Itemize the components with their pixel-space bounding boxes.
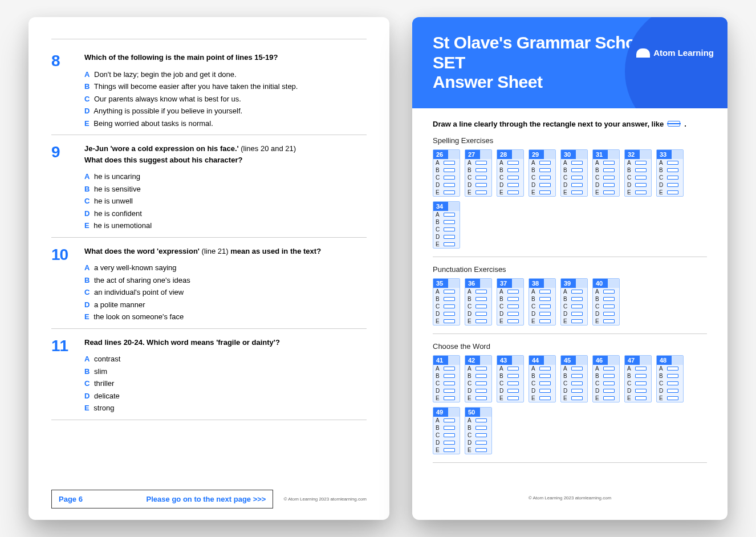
answer-option[interactable]: A Don't be lazy; begin the job and get i… [84,69,367,80]
answer-bubble[interactable] [444,396,455,400]
answer-bubble[interactable] [507,304,519,308]
answer-bubble[interactable] [444,418,455,422]
answer-bubble[interactable] [571,367,583,371]
answer-bubble[interactable] [571,183,583,187]
answer-bubble[interactable] [507,161,519,165]
answer-bubble[interactable] [667,389,678,393]
answer-bubble[interactable] [571,319,583,323]
answer-bubble[interactable] [507,312,519,316]
answer-bubble[interactable] [475,374,487,378]
answer-bubble[interactable] [507,381,519,385]
answer-bubble[interactable] [507,290,519,294]
answer-option[interactable]: E he is unemotional [84,220,367,231]
answer-bubble[interactable] [571,190,583,194]
answer-bubble[interactable] [507,374,519,378]
answer-bubble[interactable] [444,227,455,231]
answer-bubble[interactable] [475,319,487,323]
answer-option[interactable]: A he is uncaring [84,171,367,182]
answer-bubble[interactable] [475,389,487,393]
answer-bubble[interactable] [539,374,551,378]
answer-bubble[interactable] [539,304,551,308]
answer-bubble[interactable] [444,389,455,393]
answer-bubble[interactable] [475,190,487,194]
answer-bubble[interactable] [444,190,455,194]
answer-bubble[interactable] [603,183,615,187]
answer-bubble[interactable] [667,374,678,378]
answer-bubble[interactable] [444,183,455,187]
answer-bubble[interactable] [444,441,455,445]
answer-bubble[interactable] [667,183,678,187]
answer-bubble[interactable] [571,312,583,316]
answer-option[interactable]: C an individual's point of view [84,287,367,298]
answer-bubble[interactable] [444,367,455,371]
answer-bubble[interactable] [507,168,519,172]
answer-bubble[interactable] [635,381,647,385]
answer-bubble[interactable] [475,312,487,316]
answer-bubble[interactable] [635,183,647,187]
answer-bubble[interactable] [444,242,455,246]
answer-bubble[interactable] [603,389,615,393]
answer-bubble[interactable] [507,183,519,187]
answer-bubble[interactable] [571,381,583,385]
answer-option[interactable]: C he is unwell [84,196,367,207]
answer-option[interactable]: D Anything is possible if you believe in… [84,105,367,117]
answer-bubble[interactable] [444,381,455,385]
answer-bubble[interactable] [539,312,551,316]
answer-bubble[interactable] [571,304,583,308]
answer-bubble[interactable] [667,161,678,165]
answer-bubble[interactable] [539,183,551,187]
answer-bubble[interactable] [475,433,487,437]
answer-bubble[interactable] [635,389,647,393]
answer-bubble[interactable] [475,367,487,371]
answer-bubble[interactable] [635,190,647,194]
answer-bubble[interactable] [603,290,615,294]
answer-bubble[interactable] [507,297,519,301]
answer-option[interactable]: B the act of sharing one's ideas [84,275,367,286]
answer-bubble[interactable] [571,168,583,172]
answer-option[interactable]: B slim [84,366,367,377]
answer-bubble[interactable] [444,433,455,437]
answer-bubble[interactable] [603,190,615,194]
answer-bubble[interactable] [539,319,551,323]
answer-bubble[interactable] [667,190,678,194]
answer-bubble[interactable] [603,297,615,301]
answer-bubble[interactable] [603,374,615,378]
answer-bubble[interactable] [444,161,455,165]
answer-bubble[interactable] [475,418,487,422]
answer-option[interactable]: C Our parents always know what is best f… [84,93,367,105]
answer-bubble[interactable] [603,312,615,316]
answer-bubble[interactable] [444,374,455,378]
answer-bubble[interactable] [475,290,487,294]
answer-option[interactable]: B Things will become easier after you ha… [84,81,367,92]
answer-bubble[interactable] [475,448,487,452]
answer-bubble[interactable] [475,168,487,172]
answer-bubble[interactable] [444,220,455,224]
answer-bubble[interactable] [571,290,583,294]
answer-bubble[interactable] [539,190,551,194]
answer-bubble[interactable] [635,161,647,165]
answer-bubble[interactable] [444,426,455,430]
answer-bubble[interactable] [571,389,583,393]
answer-bubble[interactable] [571,297,583,301]
answer-bubble[interactable] [603,319,615,323]
answer-bubble[interactable] [507,176,519,180]
answer-bubble[interactable] [475,183,487,187]
answer-bubble[interactable] [475,396,487,400]
answer-bubble[interactable] [667,168,678,172]
answer-bubble[interactable] [667,176,678,180]
answer-bubble[interactable] [539,367,551,371]
answer-option[interactable]: E strong [84,402,367,414]
answer-bubble[interactable] [539,176,551,180]
answer-bubble[interactable] [444,304,455,308]
answer-option[interactable]: B he is sensitive [84,184,367,195]
answer-bubble[interactable] [475,426,487,430]
answer-bubble[interactable] [603,396,615,400]
answer-bubble[interactable] [507,367,519,371]
answer-bubble[interactable] [444,297,455,301]
answer-bubble[interactable] [603,161,615,165]
answer-bubble[interactable] [635,176,647,180]
answer-bubble[interactable] [539,168,551,172]
answer-bubble[interactable] [507,319,519,323]
answer-bubble[interactable] [635,374,647,378]
answer-bubble[interactable] [444,213,455,217]
